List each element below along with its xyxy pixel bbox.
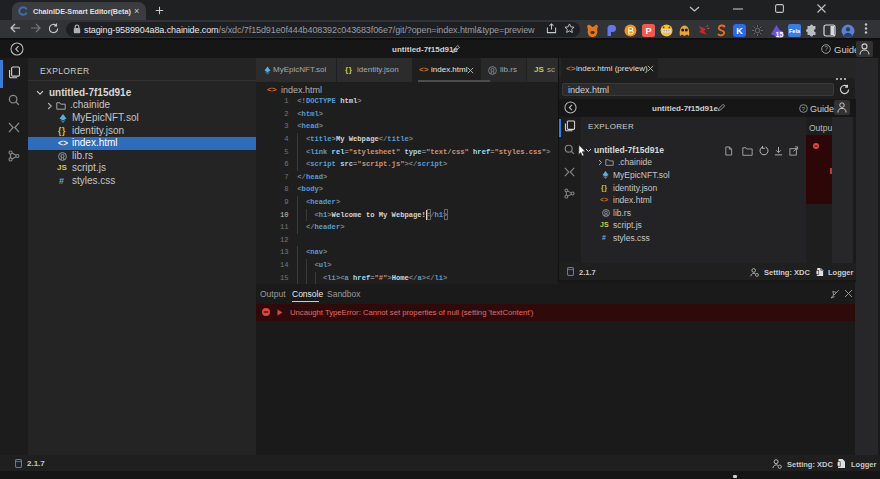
svg-text:P: P — [645, 26, 651, 36]
svg-text:Fela: Fela — [789, 28, 801, 34]
svg-text:?: ? — [802, 106, 806, 112]
svg-text:K: K — [736, 26, 743, 36]
svg-text:?: ? — [824, 45, 828, 52]
